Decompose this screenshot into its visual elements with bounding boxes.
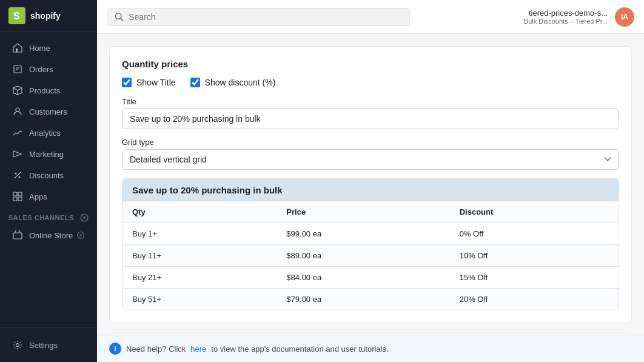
table-row: Buy 21+$84.00 ea15% Off — [122, 267, 619, 289]
home-icon — [12, 42, 23, 53]
search-icon — [115, 12, 124, 22]
sidebar-item-customers[interactable]: Customers — [4, 101, 93, 122]
sidebar-item-home[interactable]: Home — [4, 38, 93, 58]
sidebar-item-analytics[interactable]: Analytics — [4, 122, 93, 143]
sidebar-item-settings-label: Settings — [29, 341, 58, 350]
sidebar-item-settings[interactable]: Settings — [4, 335, 93, 355]
shopify-label: shopify — [30, 11, 61, 21]
svg-rect-13 — [18, 192, 22, 196]
store-info: tiered-prices-demo-s... Bulk Discounts –… — [524, 8, 608, 25]
sidebar-item-apps[interactable]: Apps — [4, 186, 93, 207]
svg-point-20 — [78, 232, 84, 239]
table-header-row: Qty Price Discount — [122, 201, 619, 223]
sidebar-item-home-label: Home — [29, 44, 50, 53]
topbar-right: tiered-prices-demo-s... Bulk Discounts –… — [524, 7, 634, 27]
table-cell-price: $89.00 ea — [277, 245, 449, 267]
info-icon: i — [109, 343, 121, 355]
grid-type-form-group: Grid type Detailed vertical grid Simple … — [122, 138, 619, 170]
svg-point-24 — [115, 13, 121, 19]
sidebar: S shopify Home Orders Products Cus — [0, 0, 97, 362]
sidebar-nav: Home Orders Products Customers Analytics — [0, 32, 97, 327]
sidebar-item-discounts[interactable]: Discounts — [4, 165, 93, 186]
sidebar-item-online-store[interactable]: Online Store — [4, 225, 93, 246]
grid-type-label: Grid type — [122, 138, 619, 147]
price-table: Qty Price Discount Buy 1+$99.00 ea0% Off… — [122, 201, 619, 310]
svg-point-7 — [16, 108, 19, 112]
price-table-body: Buy 1+$99.00 ea0% OffBuy 11+$89.00 ea10%… — [122, 223, 619, 310]
col-qty: Qty — [122, 201, 277, 223]
main-area: tiered-prices-demo-s... Bulk Discounts –… — [97, 0, 644, 362]
sidebar-item-products[interactable]: Products — [4, 80, 93, 101]
sidebar-item-marketing-label: Marketing — [29, 150, 64, 159]
shopify-logo-icon: S — [8, 7, 25, 24]
analytics-icon — [12, 127, 23, 138]
table-cell-discount: 10% Off — [450, 245, 619, 267]
online-store-left: Online Store — [12, 230, 73, 241]
customers-icon — [12, 106, 23, 117]
search-container[interactable] — [107, 8, 410, 26]
checkbox-row: Show Title Show discount (%) — [122, 78, 619, 87]
products-icon — [12, 85, 23, 96]
discounts-icon — [12, 170, 23, 181]
table-cell-discount: 15% Off — [450, 267, 619, 289]
table-cell-price: $99.00 ea — [277, 223, 449, 245]
quantity-prices-title: Quantity prices — [122, 59, 619, 69]
svg-rect-2 — [16, 49, 18, 52]
svg-rect-12 — [13, 192, 17, 196]
sidebar-item-orders-label: Orders — [29, 65, 53, 74]
marketing-icon — [12, 149, 23, 159]
sidebar-item-products-label: Products — [29, 86, 60, 95]
svg-line-25 — [121, 18, 123, 21]
show-title-checkbox[interactable] — [122, 78, 132, 87]
show-title-checkbox-label[interactable]: Show Title — [122, 78, 176, 87]
sidebar-bottom: Settings — [0, 327, 97, 362]
sidebar-item-marketing[interactable]: Marketing — [4, 144, 93, 164]
title-label: Title — [122, 97, 619, 106]
online-store-label: Online Store — [29, 231, 73, 240]
svg-marker-8 — [13, 151, 21, 157]
preview-header: Save up to 20% purchasing in bulk — [122, 179, 619, 201]
sidebar-item-apps-label: Apps — [29, 192, 47, 201]
table-cell-qty: Buy 51+ — [122, 289, 277, 310]
help-link[interactable]: here — [190, 344, 206, 354]
orders-icon — [12, 64, 23, 75]
sales-channels-section: SALES CHANNELS Online Store — [0, 207, 97, 246]
svg-point-10 — [19, 176, 21, 178]
table-row: Buy 1+$99.00 ea0% Off — [122, 223, 619, 245]
title-input[interactable] — [122, 109, 619, 129]
table-cell-qty: Buy 11+ — [122, 245, 277, 267]
sidebar-item-customers-label: Customers — [29, 107, 67, 116]
table-cell-discount: 0% Off — [450, 223, 619, 245]
grid-type-select[interactable]: Detailed vertical grid Simple grid Horiz… — [122, 149, 619, 170]
title-form-group: Title — [122, 97, 619, 129]
sidebar-item-analytics-label: Analytics — [29, 129, 61, 138]
table-cell-discount: 20% Off — [450, 289, 619, 310]
svg-rect-14 — [13, 197, 17, 201]
online-store-icon — [12, 230, 23, 241]
sidebar-item-orders[interactable]: Orders — [4, 59, 93, 79]
content-area: Quantity prices Show Title Show discount… — [97, 34, 644, 335]
show-discount-checkbox[interactable] — [190, 78, 200, 87]
show-discount-label: Show discount (%) — [205, 78, 276, 87]
show-discount-checkbox-label[interactable]: Show discount (%) — [190, 78, 276, 87]
sidebar-header: S shopify — [0, 0, 97, 32]
quantity-prices-card: Quantity prices Show Title Show discount… — [109, 46, 632, 323]
svg-point-9 — [15, 173, 17, 175]
svg-rect-3 — [14, 65, 21, 73]
table-cell-price: $84.00 ea — [277, 267, 449, 289]
table-row: Buy 11+$89.00 ea10% Off — [122, 245, 619, 267]
help-text-before: Need help? Click — [126, 344, 186, 354]
svg-point-23 — [16, 344, 19, 347]
search-input[interactable] — [129, 12, 402, 22]
table-cell-qty: Buy 1+ — [122, 223, 277, 245]
online-store-toggle-icon — [76, 231, 85, 240]
sidebar-item-discounts-label: Discounts — [29, 171, 64, 180]
topbar: tiered-prices-demo-s... Bulk Discounts –… — [97, 0, 644, 34]
user-avatar[interactable]: IA — [615, 7, 634, 27]
show-title-label: Show Title — [136, 78, 176, 87]
apps-icon — [12, 191, 23, 202]
table-cell-price: $79.00 ea — [277, 289, 449, 310]
help-notice: i Need help? Click here to view the app'… — [97, 335, 644, 362]
table-row: Buy 51+$79.00 ea20% Off — [122, 289, 619, 310]
col-price: Price — [277, 201, 449, 223]
